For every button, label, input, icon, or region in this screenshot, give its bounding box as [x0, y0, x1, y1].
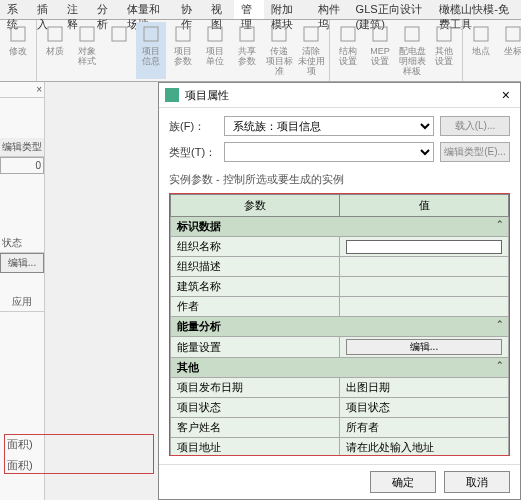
family-label: 族(F)：	[169, 119, 224, 134]
edit-btn[interactable]: 编辑...	[0, 253, 44, 273]
edit-type-btn[interactable]: 编辑类型	[0, 138, 44, 157]
ribbon-修改[interactable]: 修改	[3, 22, 33, 79]
dialog-footer: 确定 取消	[159, 464, 520, 499]
svg-rect-13	[437, 27, 451, 41]
param-value[interactable]	[340, 257, 509, 277]
cancel-button[interactable]: 取消	[444, 471, 510, 493]
tab-6[interactable]: 视图	[204, 0, 234, 19]
ribbon-tabs: 系统插入注释分析体量和场地协作视图管理附加模块构件坞GLS正向设计(建筑)橄榄山…	[0, 0, 521, 20]
table-row: 组织名称	[171, 237, 509, 257]
param-value[interactable]	[340, 277, 509, 297]
type-select[interactable]	[224, 142, 434, 162]
status-label: 状态	[0, 234, 44, 253]
ribbon-项目[interactable]: 项目信息	[136, 22, 166, 79]
svg-rect-1	[48, 27, 62, 41]
tab-4[interactable]: 体量和场地	[120, 0, 174, 19]
value-input[interactable]	[346, 240, 502, 254]
param-value[interactable]: 请在此处输入地址	[340, 438, 509, 457]
ribbon-项目[interactable]: 项目单位	[200, 22, 230, 79]
col-value: 值	[340, 195, 509, 217]
svg-rect-5	[176, 27, 190, 41]
svg-rect-11	[373, 27, 387, 41]
param-name: 项目状态	[171, 398, 340, 418]
instance-hint: 实例参数 - 控制所选或要生成的实例	[169, 172, 510, 187]
red-outline: 面积) 面积)	[4, 434, 154, 474]
ribbon: 修改材质对象样式项目信息项目参数项目单位共享参数传递项目标准清除未使用项结构设置…	[0, 20, 521, 82]
ribbon-项目[interactable]: 项目参数	[168, 22, 198, 79]
svg-rect-7	[240, 27, 254, 41]
tab-1[interactable]: 插入	[30, 0, 60, 19]
table-row: 项目状态项目状态	[171, 398, 509, 418]
edit-type-button[interactable]: 编辑类型(E)...	[440, 142, 510, 162]
dialog-titlebar: 项目属性 ×	[159, 83, 520, 108]
panel-close[interactable]: ×	[0, 82, 44, 98]
svg-rect-10	[341, 27, 355, 41]
col-param: 参数	[171, 195, 340, 217]
close-icon[interactable]: ×	[498, 87, 514, 103]
ribbon-结构[interactable]: 结构设置	[333, 22, 363, 79]
param-value[interactable]	[340, 237, 509, 257]
param-name: 组织描述	[171, 257, 340, 277]
table-row: 项目发布日期出图日期	[171, 378, 509, 398]
tab-5[interactable]: 协作	[174, 0, 204, 19]
ribbon-共享[interactable]: 共享参数	[232, 22, 262, 79]
ribbon-其他[interactable]: 其他设置	[429, 22, 459, 79]
svg-rect-9	[304, 27, 318, 41]
family-select[interactable]: 系统族：项目信息	[224, 116, 434, 136]
ribbon-材质[interactable]: 材质	[40, 22, 70, 79]
svg-rect-0	[11, 27, 25, 41]
ribbon-对象[interactable]: 对象样式	[72, 22, 102, 79]
load-button[interactable]: 载入(L)...	[440, 116, 510, 136]
tab-0[interactable]: 系统	[0, 0, 30, 19]
ribbon-坐标[interactable]: 坐标	[498, 22, 521, 79]
area-1: 面积)	[7, 437, 151, 452]
table-row: 建筑名称	[171, 277, 509, 297]
tab-7[interactable]: 管理	[234, 0, 264, 19]
tab-9[interactable]: 构件坞	[311, 0, 349, 19]
tab-11[interactable]: 橄榄山快模-免费工具	[432, 0, 521, 19]
param-value[interactable]: 项目状态	[340, 398, 509, 418]
table-row: 客户姓名所有者	[171, 418, 509, 438]
ribbon-MEP[interactable]: MEP设置	[365, 22, 395, 79]
ribbon-snap[interactable]	[104, 22, 134, 79]
dialog-title: 项目属性	[185, 88, 498, 103]
type-label: 类型(T)：	[169, 145, 224, 160]
param-value[interactable]	[340, 297, 509, 317]
group-标识数据[interactable]: 标识数据⌃	[171, 217, 509, 237]
group-能量分析[interactable]: 能量分析⌃	[171, 317, 509, 337]
area-2: 面积)	[7, 458, 151, 473]
tab-2[interactable]: 注释	[60, 0, 90, 19]
param-name: 建筑名称	[171, 277, 340, 297]
param-name: 能量设置	[171, 337, 340, 358]
param-value[interactable]: 出图日期	[340, 378, 509, 398]
ribbon-配电盘明细表[interactable]: 配电盘明细表样板	[397, 22, 427, 79]
param-name: 项目地址	[171, 438, 340, 457]
param-value[interactable]: 所有者	[340, 418, 509, 438]
edit-button[interactable]: 编辑...	[346, 339, 502, 355]
param-table-wrap: 参数 值 标识数据⌃组织名称组织描述建筑名称作者能量分析⌃能量设置编辑...其他…	[169, 193, 510, 456]
param-table: 参数 值 标识数据⌃组织名称组织描述建筑名称作者能量分析⌃能量设置编辑...其他…	[170, 194, 509, 456]
svg-rect-14	[474, 27, 488, 41]
param-name: 作者	[171, 297, 340, 317]
ribbon-传递[interactable]: 传递项目标准	[264, 22, 294, 79]
table-row: 组织描述	[171, 257, 509, 277]
table-row: 能量设置编辑...	[171, 337, 509, 358]
table-row: 项目地址请在此处输入地址	[171, 438, 509, 457]
group-其他[interactable]: 其他⌃	[171, 358, 509, 378]
param-name: 客户姓名	[171, 418, 340, 438]
svg-rect-2	[80, 27, 94, 41]
ribbon-地点[interactable]: 地点	[466, 22, 496, 79]
dialog-icon	[165, 88, 179, 102]
tab-8[interactable]: 附加模块	[264, 0, 310, 19]
svg-rect-15	[506, 27, 520, 41]
ribbon-清除[interactable]: 清除未使用项	[296, 22, 326, 79]
tab-3[interactable]: 分析	[90, 0, 120, 19]
svg-rect-12	[405, 27, 419, 41]
svg-rect-3	[112, 27, 126, 41]
param-value[interactable]: 编辑...	[340, 337, 509, 358]
tab-10[interactable]: GLS正向设计(建筑)	[349, 0, 433, 19]
param-name: 项目发布日期	[171, 378, 340, 398]
svg-rect-8	[272, 27, 286, 41]
apply-btn[interactable]: 应用	[0, 293, 44, 312]
ok-button[interactable]: 确定	[370, 471, 436, 493]
